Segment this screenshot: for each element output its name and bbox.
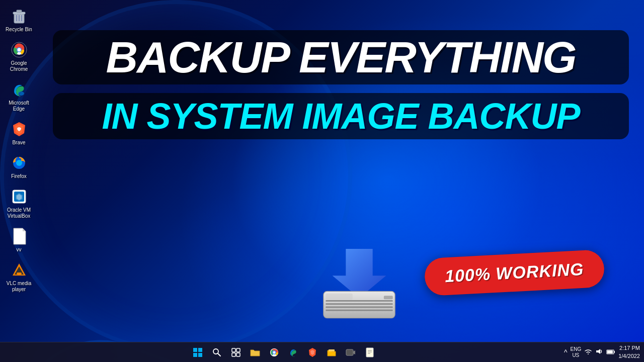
vlc-icon <box>10 261 28 279</box>
taskbar-files-button[interactable] <box>323 343 341 361</box>
desktop-icon-chrome[interactable]: Google Chrome <box>2 38 36 75</box>
hdd-svg <box>314 244 405 325</box>
svg-rect-30 <box>193 353 197 357</box>
thumbnail-content: BACKUP EVERYTHING IN SYSTEM IMAGE BACKUP… <box>38 0 644 342</box>
desktop-icon-brave[interactable]: Brave <box>2 117 36 149</box>
svg-rect-44 <box>366 348 373 357</box>
start-button[interactable] <box>189 343 207 361</box>
brave-icon <box>10 120 28 138</box>
svg-rect-27 <box>326 294 352 300</box>
svg-rect-31 <box>198 353 202 357</box>
svg-rect-2 <box>17 10 22 13</box>
lang-line1: ENG <box>571 346 582 352</box>
taskbar: ^ ENG US <box>0 342 644 362</box>
firefox-label: Firefox <box>11 173 27 179</box>
desktop-icon-firefox[interactable]: Firefox <box>2 151 36 183</box>
taskbar-system-tray: ^ ENG US <box>564 344 644 360</box>
battery-icon[interactable] <box>606 348 615 356</box>
lang-line2: US <box>571 352 582 358</box>
svg-rect-24 <box>326 307 392 308</box>
wifi-icon[interactable] <box>584 348 592 356</box>
svg-rect-26 <box>383 296 392 299</box>
sub-title-bar: IN SYSTEM IMAGE BACKUP <box>53 93 629 139</box>
backup-icon-container <box>314 244 405 327</box>
clock-date: 1/4/2022 <box>618 352 640 360</box>
svg-marker-43 <box>353 350 355 354</box>
vlc-label: VLC media player <box>4 281 34 293</box>
taskbar-center-items <box>0 343 564 361</box>
svg-rect-19 <box>17 273 22 275</box>
taskbar-brave-button[interactable] <box>303 343 321 361</box>
main-title-bar: BACKUP EVERYTHING <box>53 30 629 84</box>
brave-label: Brave <box>12 140 25 146</box>
vv-label: vv <box>17 247 22 253</box>
svg-point-8 <box>17 48 21 52</box>
taskbar-edge-button[interactable] <box>284 343 302 361</box>
working-badge: 100% WORKING <box>424 249 605 297</box>
taskbar-notepad-button[interactable] <box>361 343 379 361</box>
svg-rect-51 <box>614 351 615 353</box>
volume-icon[interactable] <box>595 348 603 356</box>
virtualbox-icon <box>10 188 28 206</box>
chrome-icon <box>10 41 28 59</box>
desktop-icon-vlc[interactable]: VLC media player <box>2 258 36 296</box>
svg-rect-50 <box>607 350 613 353</box>
svg-rect-36 <box>232 353 235 356</box>
svg-rect-28 <box>193 348 197 352</box>
svg-point-12 <box>16 160 22 166</box>
virtualbox-label: Oracle VM VirtualBox <box>4 207 34 219</box>
desktop-icon-virtualbox[interactable]: Oracle VM VirtualBox <box>2 185 36 222</box>
desktop: Recycle Bin Google Chrome <box>0 0 644 362</box>
edge-icon <box>10 80 28 99</box>
svg-rect-34 <box>232 348 235 352</box>
svg-point-40 <box>273 351 276 353</box>
desktop-icons-sidebar: Recycle Bin Google Chrome <box>0 0 38 300</box>
clock-time: 2:17 PM <box>618 344 640 352</box>
svg-rect-35 <box>236 348 240 352</box>
tray-chevron[interactable]: ^ <box>564 348 568 356</box>
system-tray-icons: ^ ENG US <box>564 344 640 360</box>
svg-marker-20 <box>332 249 386 298</box>
svg-rect-25 <box>326 310 392 311</box>
desktop-icon-vv[interactable]: vv <box>2 224 36 256</box>
edge-label: Microsoft Edge <box>4 100 34 112</box>
taskbar-media-button[interactable] <box>342 343 360 361</box>
desktop-icon-recycle-bin[interactable]: Recycle Bin <box>2 4 36 36</box>
svg-rect-22 <box>326 300 392 302</box>
svg-rect-42 <box>346 349 353 355</box>
desktop-icon-edge[interactable]: Microsoft Edge <box>2 77 36 115</box>
svg-rect-23 <box>326 303 392 305</box>
main-title-text: BACKUP EVERYTHING <box>68 35 614 79</box>
taskbar-file-explorer-button[interactable] <box>246 343 264 361</box>
recycle-bin-label: Recycle Bin <box>6 27 32 33</box>
system-clock: 2:17 PM 1/4/2022 <box>618 344 640 360</box>
recycle-bin-icon <box>10 7 28 25</box>
sub-title-text: IN SYSTEM IMAGE BACKUP <box>68 98 614 134</box>
svg-marker-48 <box>596 349 600 354</box>
language-indicator: ENG US <box>571 346 582 358</box>
svg-rect-37 <box>236 353 240 356</box>
svg-line-33 <box>218 353 220 356</box>
chrome-label: Google Chrome <box>4 60 34 72</box>
taskbar-search-button[interactable] <box>208 343 226 361</box>
thumbnail-area: BACKUP EVERYTHING IN SYSTEM IMAGE BACKUP… <box>38 0 644 342</box>
svg-rect-41 <box>329 349 335 351</box>
svg-point-10 <box>18 92 24 96</box>
taskbar-chrome-button[interactable] <box>265 343 283 361</box>
svg-rect-29 <box>198 348 202 352</box>
taskbar-task-view-button[interactable] <box>227 343 245 361</box>
firefox-icon <box>10 154 28 172</box>
vv-file-icon <box>10 227 28 245</box>
